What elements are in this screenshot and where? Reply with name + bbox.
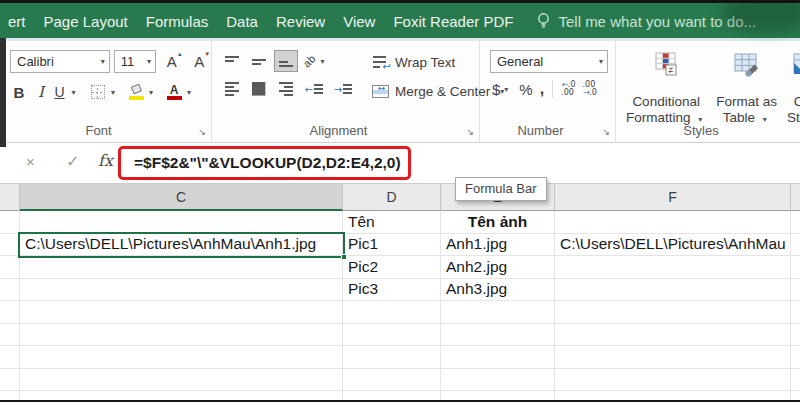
column-header-f[interactable]: F	[555, 184, 791, 211]
cell-e6[interactable]	[441, 324, 555, 347]
cell-g6[interactable]	[791, 324, 800, 347]
tab-formulas[interactable]: Formulas	[137, 13, 218, 30]
dialog-launcher-icon[interactable]: ↘	[198, 128, 206, 137]
cell-d8[interactable]	[343, 369, 441, 392]
font-size-select[interactable]: 11 ▾	[114, 50, 156, 73]
cell-g8[interactable]	[791, 369, 800, 392]
letter-a: A	[167, 53, 177, 70]
cell-d5[interactable]	[343, 301, 441, 324]
chevron-down-icon: ▾	[595, 57, 607, 66]
cell-c7[interactable]	[20, 346, 343, 369]
dialog-launcher-icon[interactable]: ↘	[466, 128, 474, 137]
number-format-select[interactable]: General ▾	[490, 50, 608, 73]
tab-data[interactable]: Data	[217, 13, 267, 30]
orientation-button[interactable]: ab ▾	[301, 50, 331, 72]
cell-b8[interactable]	[0, 369, 20, 392]
column-header-g-sliver[interactable]	[791, 184, 800, 211]
cell-styles-button[interactable]: Cell Styles	[787, 50, 800, 142]
cell-b6[interactable]	[0, 324, 20, 347]
cell-g1[interactable]	[791, 211, 800, 234]
cell-b4[interactable]	[0, 279, 20, 302]
tab-page-layout[interactable]: Page Layout	[35, 13, 137, 30]
cell-c5[interactable]	[20, 301, 343, 324]
align-bottom-icon	[279, 54, 293, 68]
tab-foxit-reader-pdf[interactable]: Foxit Reader PDF	[384, 13, 522, 30]
column-header-c[interactable]: C	[20, 184, 343, 211]
underline-button[interactable]: U ▾	[52, 81, 82, 103]
align-top-icon	[225, 54, 239, 68]
align-middle-button[interactable]	[247, 50, 271, 72]
fill-color-button[interactable]: ▾	[128, 81, 158, 103]
cell-c2-active[interactable]: C:\Users\DELL\Pictures\AnhMau\Anh1.jpg	[20, 234, 343, 257]
tab-view[interactable]: View	[334, 13, 384, 30]
cell-c6[interactable]	[20, 324, 343, 347]
cell-e1[interactable]: Tên ảnh	[441, 211, 555, 234]
align-bottom-button[interactable]	[274, 50, 298, 72]
cell-c4[interactable]	[20, 279, 343, 302]
cell-g2[interactable]	[791, 234, 800, 257]
font-color-button[interactable]: A ▾	[166, 81, 196, 103]
cell-f3[interactable]	[555, 256, 791, 279]
cell-b3[interactable]	[0, 256, 20, 279]
cell-d4[interactable]: Pic3	[343, 279, 441, 302]
cell-f1[interactable]	[555, 211, 791, 234]
cell-d3[interactable]: Pic2	[343, 256, 441, 279]
cell-e8[interactable]	[441, 369, 555, 392]
increase-font-size-button[interactable]: A ▴	[160, 51, 184, 73]
tab-insert-partial[interactable]: ert	[8, 13, 35, 30]
cell-g4[interactable]	[791, 279, 800, 302]
cell-e7[interactable]	[441, 346, 555, 369]
align-left-button[interactable]	[220, 78, 244, 100]
cell-b7[interactable]	[0, 346, 20, 369]
cell-g7[interactable]	[791, 346, 800, 369]
dialog-launcher-icon[interactable]: ↘	[602, 128, 610, 137]
cell-g3[interactable]	[791, 256, 800, 279]
cell-e4[interactable]: Anh3.jpg	[441, 279, 555, 302]
cell-f6[interactable]	[555, 324, 791, 347]
cell-c1[interactable]	[20, 211, 343, 234]
cell-d6[interactable]	[343, 324, 441, 347]
currency-format-button[interactable]: $ ▾	[492, 81, 512, 98]
font-name-select[interactable]: Calibri ▾	[10, 50, 110, 73]
italic-button[interactable]: I	[32, 81, 50, 103]
cell-d1[interactable]: Tên	[343, 211, 441, 234]
cell-b5[interactable]	[0, 301, 20, 324]
cell-c3[interactable]	[20, 256, 343, 279]
decrease-indent-button[interactable]: ←	[301, 78, 327, 100]
increase-indent-button[interactable]: →	[330, 78, 356, 100]
formula-input[interactable]: =$F$2&"\"&VLOOKUP(D2,D2:E4,2,0)	[121, 154, 401, 172]
tab-review[interactable]: Review	[267, 13, 334, 30]
cell-f2[interactable]: C:\Users\DELL\Pictures\AnhMau	[555, 234, 791, 257]
decrease-decimal-button[interactable]: .00 →.0	[583, 81, 597, 97]
decrease-font-size-button[interactable]: A ▾	[187, 51, 211, 73]
chevron-down-icon: ▾	[143, 57, 155, 66]
cell-f5[interactable]	[555, 301, 791, 324]
cell-e2[interactable]: Anh1.jpg	[441, 234, 555, 257]
cell-g5[interactable]	[791, 301, 800, 324]
cell-f7[interactable]	[555, 346, 791, 369]
align-right-button[interactable]	[274, 78, 298, 100]
alignment-group-label: Alignment	[212, 123, 465, 138]
insert-function-icon[interactable]: fx	[98, 151, 113, 170]
cell-e5[interactable]	[441, 301, 555, 324]
column-header-b-sliver[interactable]	[0, 184, 20, 211]
cell-d2[interactable]: Pic1	[343, 234, 441, 257]
percent-format-button[interactable]: %	[519, 81, 532, 98]
cell-b1[interactable]	[0, 211, 20, 234]
comma-format-button[interactable]: ,	[540, 80, 544, 98]
chevron-down-icon: ▾	[317, 57, 329, 66]
column-header-d[interactable]: D	[343, 184, 441, 211]
bold-button[interactable]: B	[8, 81, 30, 103]
cell-d7[interactable]	[343, 346, 441, 369]
increase-decimal-button[interactable]: ←.0 .00	[561, 81, 575, 97]
align-top-button[interactable]	[220, 50, 244, 72]
align-center-button[interactable]	[247, 78, 271, 100]
cell-b2[interactable]	[0, 234, 20, 257]
borders-button[interactable]: ▾	[90, 81, 120, 103]
cell-f8[interactable]	[555, 369, 791, 392]
cell-e3[interactable]: Anh2.jpg	[441, 256, 555, 279]
cancel-icon[interactable]: ×	[26, 153, 35, 170]
cell-c8[interactable]	[20, 369, 343, 392]
cell-f4[interactable]	[555, 279, 791, 302]
enter-icon[interactable]: ✓	[66, 152, 79, 171]
